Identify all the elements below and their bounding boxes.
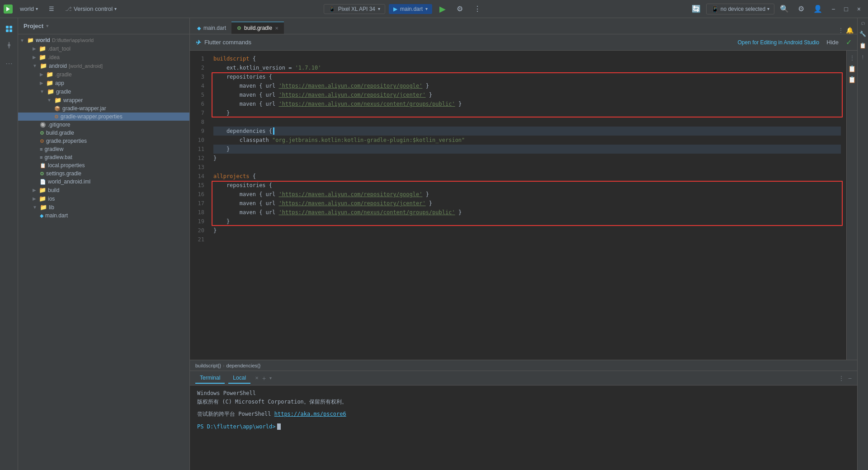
editor-right-icon-2[interactable]: 📋 [848, 65, 856, 72]
editor-area: ◆ main.dart ⚙ build.gradle ✕ ⋮ 🔔 ✈ Flutt… [190, 18, 857, 371]
vcs-icon: ⎇ [65, 5, 72, 12]
device-selector[interactable]: 📱 Pixel XL API 34 ▾ [324, 4, 385, 14]
editor-right-icon-1[interactable]: ⋮ [849, 54, 855, 61]
tree-item-gradle-folder[interactable]: ▼ 📁 gradle [18, 87, 189, 96]
red-box-2: repositories { maven { url 'https://mave… [213, 181, 841, 226]
right-icon-gradle[interactable]: G [860, 22, 865, 25]
terminal-add-btn[interactable]: + [262, 375, 266, 382]
debug-button[interactable]: ⚙ [453, 3, 467, 15]
tab-build-gradle[interactable]: ⚙ build.gradle ✕ [231, 22, 284, 34]
run-button[interactable]: ▶ [436, 2, 449, 16]
sidebar-icon-project[interactable] [2, 22, 16, 36]
build-gradle-label: build.gradle [46, 130, 74, 136]
tree-item-settings-gradle[interactable]: ⚙ settings.gradle [18, 169, 189, 178]
breadcrumb-item-dependencies[interactable]: dependencies{} [226, 363, 261, 368]
editor-right-icon-3[interactable]: 📋 [848, 76, 856, 83]
tree-item-gradle-props[interactable]: ⚙ gradle.properties [18, 137, 189, 145]
right-sidebar-icons: G 🔧 📋 ! [857, 18, 868, 470]
run-configuration[interactable]: ▶ main.dart ▾ [389, 4, 432, 14]
settings-button[interactable]: ⚙ [794, 3, 808, 15]
sync-button[interactable]: 🔄 [688, 3, 704, 15]
terminal-dropdown-btn[interactable]: ▾ [269, 376, 272, 381]
close-button[interactable]: × [854, 4, 864, 14]
project-panel: Project ▾ ▼ 📁 world D:\flutter\app\world… [18, 18, 190, 470]
project-selector[interactable]: world ▾ [16, 5, 42, 13]
gradle-folder-icon: 📁 [47, 88, 54, 95]
tree-item-wrapper-props[interactable]: ⚙ gradle-wrapper.properties [18, 113, 189, 121]
tree-item-world-iml[interactable]: 📄 world_android.iml [18, 178, 189, 186]
terminal-tab-label[interactable]: Terminal [195, 373, 225, 384]
more-run-options[interactable]: ⋮ [470, 3, 485, 15]
sidebar-icons: ⋯ [0, 18, 18, 470]
tree-item-ios[interactable]: ▶ 📁 ios [18, 194, 189, 203]
right-icon-build[interactable]: 🔧 [859, 31, 866, 37]
maximize-button[interactable]: □ [840, 4, 851, 14]
account-button[interactable]: 👤 [810, 3, 826, 15]
hamburger-menu[interactable]: ☰ [45, 5, 58, 13]
tab-settings-icon[interactable]: ⋮ [838, 27, 844, 34]
tab-main-dart[interactable]: ◆ main.dart [192, 22, 231, 34]
terminal-minimize-icon[interactable]: − [848, 375, 852, 382]
svg-marker-0 [6, 7, 10, 11]
lib-label: lib [49, 204, 54, 211]
chevron-right-icon: ▶ [40, 80, 43, 85]
no-device-selector[interactable]: 📱 no device selected ▾ [706, 4, 774, 14]
flutter-bar-hide-link[interactable]: Hide [826, 39, 839, 46]
notifications-icon[interactable]: 🔔 [846, 27, 854, 34]
flutter-logo-icon: ✈ [195, 39, 201, 46]
tree-item-wrapper-jar[interactable]: 📦 gradle-wrapper.jar [18, 104, 189, 113]
right-icon-todo[interactable]: ! [862, 54, 863, 61]
minimize-button[interactable]: − [828, 4, 839, 14]
tree-item-app[interactable]: ▶ 📁 app [18, 79, 189, 87]
code-line-9: dependencies { [213, 127, 841, 136]
breadcrumb-item-buildscript[interactable]: buildscript{} [195, 363, 221, 368]
tree-item-main-dart[interactable]: ◆ main.dart [18, 212, 189, 220]
tree-item-idea[interactable]: ▶ 📁 .idea [18, 53, 189, 61]
tree-item-world[interactable]: ▼ 📁 world D:\flutter\app\world [18, 36, 189, 44]
tree-item-dart-tool[interactable]: ▶ 📁 .dart_tool [18, 44, 189, 53]
gradle-props-label: gradle.properties [46, 138, 87, 144]
red-box-1: repositories { maven { url 'https://mave… [213, 72, 841, 118]
tree-item-gitignore[interactable]: 🔘 .gitignore [18, 121, 189, 129]
terminal-pscore-link[interactable]: https://aka.ms/pscore6 [274, 411, 346, 417]
folder-icon: 📁 [39, 45, 46, 52]
code-line-16: maven { url 'https://maven.aliyun.com/re… [213, 190, 841, 199]
tree-item-wrapper[interactable]: ▼ 📁 wrapper [18, 96, 189, 104]
editor-right-icons: ⋮ 📋 📋 [846, 51, 857, 360]
tree-item-lib[interactable]: ▼ 📁 lib [18, 203, 189, 212]
terminal-prompt: PS D:\flutter\app\world> [197, 423, 850, 431]
svg-rect-3 [6, 29, 9, 32]
local-tab-label[interactable]: Local [228, 373, 250, 384]
chevron-down-icon: ▾ [378, 6, 380, 11]
sidebar-icon-commit[interactable] [2, 38, 16, 52]
build-label: build [48, 187, 59, 193]
search-button[interactable]: 🔍 [776, 3, 793, 15]
code-line-3: repositories { [213, 72, 841, 81]
tree-item-build-gradle[interactable]: ⚙ build.gradle [18, 129, 189, 137]
terminal-prompt-text: PS D:\flutter\app\world> [197, 423, 275, 431]
sidebar-icon-more[interactable]: ⋯ [2, 56, 16, 70]
project-dropdown-icon: ▾ [46, 23, 49, 29]
tree-item-gradle-hidden[interactable]: ▶ 📁 .gradle [18, 70, 189, 79]
vcs-button[interactable]: ⎇ Version control ▾ [61, 5, 120, 13]
tree-item-android[interactable]: ▼ 📁 android [world_android] [18, 61, 189, 70]
svg-rect-1 [6, 26, 9, 28]
tree-item-gradlew-bat[interactable]: ≡ gradlew.bat [18, 153, 189, 161]
tree-item-local-props[interactable]: 📋 local.properties [18, 161, 189, 169]
terminal-tip-text: 尝试新的跨平台 PowerShell [197, 411, 271, 417]
open-in-android-studio-link[interactable]: Open for Editing in Android Studio [737, 39, 819, 46]
tree-item-gradlew[interactable]: ≡ gradlew [18, 145, 189, 153]
tab-main-dart-label: main.dart [203, 25, 226, 31]
tab-close-icon[interactable]: ✕ [275, 26, 278, 31]
tree-item-build[interactable]: ▶ 📁 build [18, 186, 189, 194]
wrapper-folder-icon: 📁 [54, 97, 61, 103]
app-folder-icon: 📁 [46, 80, 53, 86]
gradlew-icon: ≡ [40, 146, 42, 152]
build-folder-icon: 📁 [39, 187, 46, 193]
right-icon-terminal2[interactable]: 📋 [859, 42, 866, 49]
terminal-more-icon[interactable]: ⋮ [838, 375, 844, 382]
code-line-14: allprojects { [213, 172, 841, 181]
terminal-close-btn[interactable]: ✕ [255, 376, 259, 381]
android-bracket: [world_android] [69, 63, 103, 69]
code-line-20: } [213, 226, 841, 235]
